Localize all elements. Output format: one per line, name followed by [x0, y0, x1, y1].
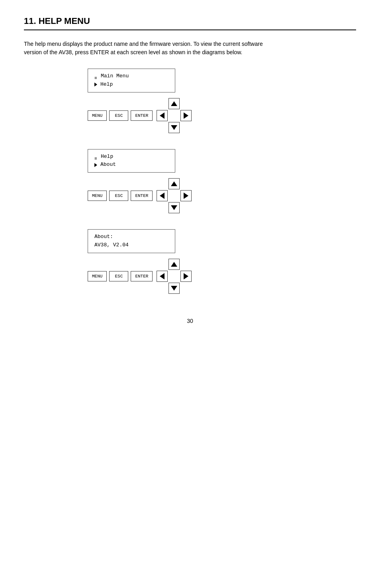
nav-center-spacer-2	[168, 190, 180, 201]
up-arrow-icon-2	[171, 181, 177, 186]
arrow-right-icon-1	[94, 83, 97, 87]
diagram-block-1: Main Menu Help MENU ESC ENTER	[88, 69, 192, 133]
nav-up-button-2[interactable]	[168, 178, 180, 189]
esc-button-3[interactable]: ESC	[109, 271, 128, 281]
nav-left-button-2[interactable]	[157, 190, 168, 201]
nav-cluster-3	[157, 259, 192, 294]
menu-lines-icon-2	[94, 155, 98, 159]
control-row-3: MENU ESC ENTER	[88, 259, 192, 294]
control-row-1: MENU ESC ENTER	[88, 98, 192, 133]
nav-up-button-3[interactable]	[168, 259, 180, 270]
lcd-line2-text-1: Help	[100, 81, 113, 89]
nav-left-right-row-1	[157, 110, 192, 121]
nav-cluster-2	[157, 178, 192, 213]
nav-left-button-1[interactable]	[157, 110, 168, 121]
down-arrow-icon-3	[171, 286, 177, 291]
nav-right-button-2[interactable]	[180, 190, 192, 201]
right-arrow-icon-2	[184, 193, 188, 199]
menu-button-3[interactable]: MENU	[88, 271, 107, 281]
diagrams-area: Main Menu Help MENU ESC ENTER	[88, 69, 356, 294]
page-number: 30	[24, 318, 356, 324]
left-arrow-icon-3	[160, 273, 165, 279]
page-title: 11. HELP MENU	[24, 16, 356, 30]
left-arrow-icon-1	[160, 112, 165, 119]
lcd-line1-text-3: About:	[94, 233, 113, 241]
up-arrow-icon-3	[171, 262, 177, 267]
left-arrow-icon-2	[160, 193, 165, 199]
esc-button-2[interactable]: ESC	[109, 191, 128, 201]
lcd-line1-text-1: Main Menu	[101, 72, 129, 81]
nav-center-spacer-3	[168, 271, 180, 282]
down-arrow-icon-2	[171, 205, 177, 210]
enter-button-3[interactable]: ENTER	[131, 271, 153, 281]
control-row-2: MENU ESC ENTER	[88, 178, 192, 213]
nav-right-button-1[interactable]	[180, 110, 192, 121]
nav-left-right-row-3	[157, 271, 192, 282]
lcd-screen-3: About: AV38, V2.04	[88, 229, 175, 253]
diagram-block-2: Help About MENU ESC ENTER	[88, 149, 192, 214]
nav-left-button-3[interactable]	[157, 271, 168, 282]
up-arrow-icon-1	[171, 101, 177, 106]
esc-button-1[interactable]: ESC	[109, 110, 128, 121]
menu-button-2[interactable]: MENU	[88, 191, 107, 201]
lcd-line1-text-2: Help	[101, 153, 113, 161]
menu-lines-icon-1	[94, 74, 98, 78]
arrow-right-icon-2	[94, 163, 97, 167]
down-arrow-icon-1	[171, 125, 177, 130]
right-arrow-icon-3	[184, 273, 188, 279]
enter-button-1[interactable]: ENTER	[131, 110, 153, 121]
nav-down-button-1[interactable]	[168, 122, 180, 133]
menu-button-1[interactable]: MENU	[88, 110, 107, 121]
description-text: The help menu displays the product name …	[24, 40, 263, 57]
nav-left-right-row-2	[157, 190, 192, 201]
nav-cluster-1	[157, 98, 192, 133]
nav-down-button-3[interactable]	[168, 283, 180, 294]
lcd-line2-text-2: About	[100, 161, 116, 169]
enter-button-2[interactable]: ENTER	[131, 191, 153, 201]
lcd-screen-1: Main Menu Help	[88, 69, 175, 92]
right-arrow-icon-1	[184, 112, 188, 119]
lcd-line2-text-3: AV38, V2.04	[94, 241, 129, 250]
diagram-block-3: About: AV38, V2.04 MENU ESC ENTER	[88, 229, 192, 294]
nav-right-button-3[interactable]	[180, 271, 192, 282]
nav-down-button-2[interactable]	[168, 202, 180, 213]
nav-center-spacer-1	[168, 110, 180, 121]
nav-up-button-1[interactable]	[168, 98, 180, 109]
lcd-screen-2: Help About	[88, 149, 175, 173]
